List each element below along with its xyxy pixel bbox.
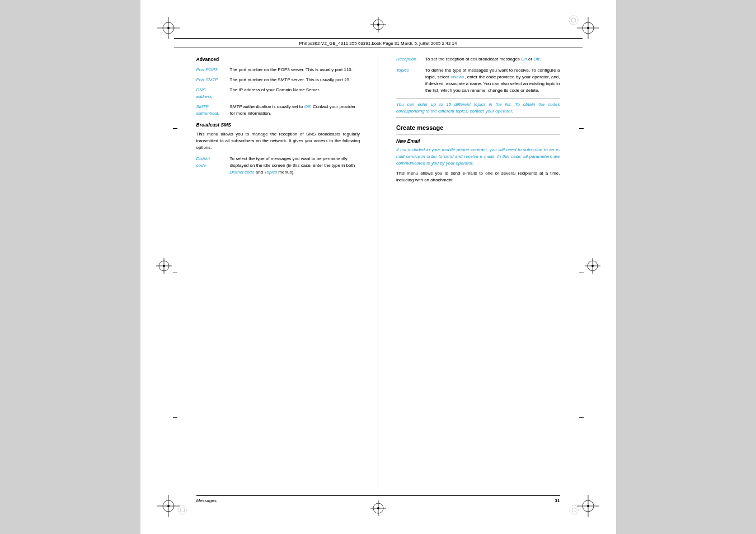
- italic-topics-note: You can enter up to 15 different topics …: [396, 99, 560, 118]
- decorative-gear-bl: [176, 504, 189, 518]
- reception-desc: To set the reception of cell broadcast m…: [425, 56, 560, 63]
- dns-address-desc: The IP address of your Domain Name Serve…: [230, 87, 360, 93]
- smtp-auth-term: SMTPauthenticat.: [196, 104, 230, 117]
- reception-term: Reception: [396, 56, 425, 63]
- broadcast-body: This menu allows you to manage the recep…: [196, 131, 360, 151]
- smtp-auth-row: SMTPauthenticat. SMTP authentication is …: [196, 104, 360, 117]
- svg-point-32: [569, 16, 578, 25]
- column-divider: [378, 56, 378, 489]
- left-column: Advanced Port POP3 The port number on th…: [196, 56, 360, 489]
- corner-mark-tl: [157, 17, 180, 39]
- page: Philips362-V2_GB_4311 255 63391.book Pag…: [140, 0, 616, 534]
- district-code-row: Districtcode To select the type of messa…: [196, 156, 360, 176]
- corner-mark-br: [577, 495, 599, 517]
- corner-mark-tr: [577, 17, 599, 39]
- port-smtp-term: Port SMTP: [196, 77, 230, 83]
- port-pop3-term: Port POP3: [196, 67, 230, 73]
- decorative-gear-br: [568, 504, 580, 518]
- port-smtp-desc: The port number on the SMTP server. This…: [230, 77, 360, 83]
- two-column-layout: Advanced Port POP3 The port number on th…: [196, 56, 560, 489]
- district-code-term: Districtcode: [196, 156, 230, 169]
- create-message-heading: Create message: [396, 123, 560, 134]
- broadcast-section: Broadcast SMS This menu allows you to ma…: [196, 121, 360, 176]
- svg-point-33: [571, 18, 576, 22]
- port-smtp-row: Port SMTP The port number on the SMTP se…: [196, 77, 360, 83]
- dns-address-term: DNSaddress: [196, 87, 230, 100]
- new-email-body: This menu allows you to send e-mails to …: [396, 170, 560, 184]
- topics-term: Topics: [396, 67, 425, 74]
- content-area: Advanced Port POP3 The port number on th…: [196, 56, 560, 489]
- footer-left-text: Messages: [196, 498, 217, 503]
- svg-point-36: [570, 505, 579, 514]
- svg-point-37: [572, 508, 576, 512]
- reception-row: Reception To set the reception of cell b…: [396, 56, 560, 63]
- new-email-note: If not included in your mobile phone con…: [396, 147, 560, 167]
- svg-point-35: [180, 508, 185, 512]
- port-pop3-row: Port POP3 The port number on the POP3 se…: [196, 67, 360, 73]
- dns-address-row: DNSaddress The IP address of your Domain…: [196, 87, 360, 100]
- smtp-auth-desc: SMTP authentication is usually set to Of…: [230, 104, 360, 117]
- right-tick-marks: [579, 56, 584, 489]
- new-email-heading: New Email: [396, 138, 560, 145]
- district-code-desc: To select the type of messages you want …: [230, 156, 360, 176]
- italic-note-text: You can enter up to 15 different topics …: [396, 101, 560, 115]
- header-bar: Philips362-V2_GB_4311 255 63391.book Pag…: [174, 38, 583, 48]
- center-top-mark: [370, 17, 386, 35]
- right-column: Reception To set the reception of cell b…: [396, 56, 560, 489]
- center-left-mark: [156, 258, 172, 276]
- center-right-mark: [585, 258, 600, 276]
- left-tick-marks: [173, 56, 177, 489]
- header-text: Philips362-V2_GB_4311 255 63391.book Pag…: [299, 41, 457, 46]
- topics-row: Topics To define the type of messages yo…: [396, 67, 560, 94]
- create-message-section: Create message New Email If not included…: [396, 123, 560, 184]
- port-pop3-desc: The port number on the POP3 server. This…: [230, 67, 360, 73]
- advanced-heading: Advanced: [196, 56, 360, 63]
- footer: Messages 31: [196, 495, 560, 503]
- svg-point-34: [178, 505, 187, 514]
- footer-right-page-number: 31: [555, 498, 560, 503]
- broadcast-heading: Broadcast SMS: [196, 121, 360, 129]
- topics-desc: To define the type of messages you want …: [425, 67, 560, 94]
- decorative-gear-tr: [567, 14, 580, 29]
